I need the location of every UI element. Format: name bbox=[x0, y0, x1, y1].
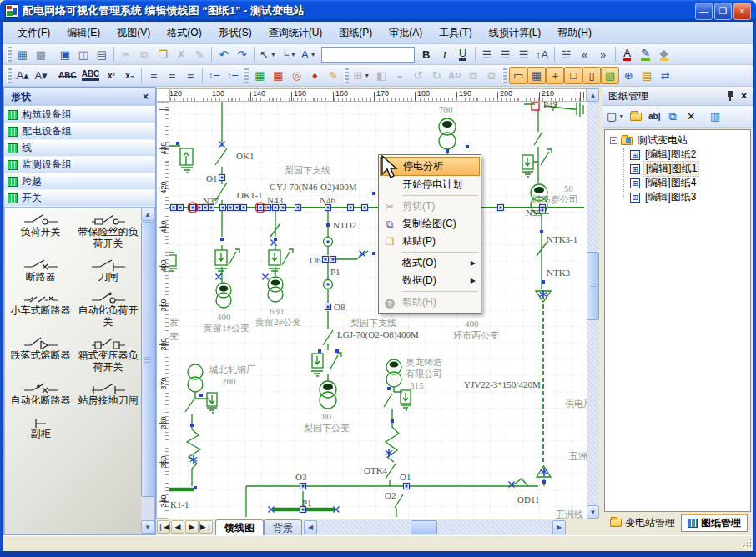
menu-item-9[interactable]: 线损计算(L) bbox=[481, 23, 549, 43]
space-after-icon[interactable]: ↕☰ bbox=[224, 67, 242, 84]
maximize-button[interactable]: ❐ bbox=[714, 3, 732, 20]
open-folder-icon[interactable] bbox=[627, 108, 645, 125]
menu-item-4[interactable]: 形状(S) bbox=[211, 23, 260, 43]
shape-item-5[interactable]: 自动化负荷开关 bbox=[74, 289, 142, 329]
underline-icon[interactable]: U bbox=[454, 46, 472, 63]
context-menu-item-3[interactable]: ✂剪切(T) bbox=[380, 198, 480, 215]
scroll-down-icon[interactable]: ▼ bbox=[587, 505, 599, 519]
menu-item-0[interactable]: 文件(F) bbox=[10, 23, 58, 43]
canvas-vscroll-thumb[interactable] bbox=[587, 252, 599, 320]
menu-item-7[interactable]: 审批(A) bbox=[381, 23, 430, 43]
sheet-tab-0[interactable]: 馈线图 bbox=[215, 519, 264, 535]
outdent-icon[interactable]: « bbox=[576, 46, 594, 63]
tree-expander-icon[interactable]: − bbox=[610, 137, 617, 144]
rotate-left-icon[interactable]: ↺ bbox=[409, 67, 427, 84]
drawing-panel-close-icon[interactable]: × bbox=[741, 90, 747, 102]
new-drawing-icon[interactable]: ▦ bbox=[13, 46, 32, 63]
new-sheet-icon[interactable]: ▢▼ bbox=[604, 108, 627, 125]
rename-icon[interactable]: ab| bbox=[645, 108, 663, 125]
shape-item-10[interactable]: 副柜 bbox=[7, 413, 74, 441]
font-larger-icon[interactable]: A▴ bbox=[13, 67, 32, 84]
save-icon[interactable]: ▣ bbox=[56, 46, 74, 63]
send-back-icon[interactable]: ⧉ bbox=[482, 67, 501, 84]
shape-item-3[interactable]: 刀闸 bbox=[74, 256, 142, 284]
font-color-icon[interactable]: A bbox=[618, 46, 637, 63]
scroll-right-icon[interactable]: ▶ bbox=[552, 520, 566, 534]
align-right-icon[interactable]: ☰ bbox=[515, 46, 533, 63]
pin-icon[interactable] bbox=[726, 91, 734, 101]
menu-item-5[interactable]: 查询统计(U) bbox=[261, 23, 330, 43]
close-button[interactable]: × bbox=[733, 3, 751, 20]
canvas-vscrollbar[interactable]: ▲ ▼ bbox=[587, 88, 599, 519]
rotate-text-icon[interactable]: A↻ bbox=[446, 67, 464, 84]
find-icon[interactable]: ◎ bbox=[287, 67, 305, 84]
space-before-icon[interactable]: ↕☰ bbox=[205, 67, 224, 84]
canvas-hscroll-thumb[interactable] bbox=[411, 520, 437, 534]
page-break-toggle-icon[interactable]: ▯ bbox=[582, 67, 601, 84]
connector-icon[interactable]: └▼ bbox=[279, 46, 299, 63]
shape-group-4[interactable]: 跨越 bbox=[4, 173, 155, 190]
context-menu-item-10[interactable]: ?帮助(H) bbox=[380, 294, 480, 311]
menu-item-6[interactable]: 图纸(P) bbox=[331, 23, 380, 43]
prev-page-button[interactable]: ◀ bbox=[171, 520, 184, 534]
tree-item-3[interactable]: ⊞[编辑]图纸3 bbox=[630, 190, 750, 204]
last-page-button[interactable]: ▶❘ bbox=[199, 520, 213, 534]
subscript-icon[interactable]: x₂ bbox=[120, 67, 139, 84]
panel-tab-0[interactable]: 变电站管理 bbox=[604, 514, 681, 532]
shape-item-6[interactable]: 跌落式熔断器 bbox=[7, 334, 74, 374]
fill-color-icon[interactable]: ◆ bbox=[655, 46, 673, 63]
print-icon[interactable]: ▤ bbox=[93, 46, 111, 63]
page-edit-icon[interactable]: ✎ bbox=[324, 67, 342, 84]
tree-item-1[interactable]: ⊞[编辑]图纸1 bbox=[630, 162, 750, 176]
italic-icon[interactable]: I bbox=[436, 46, 454, 63]
shape-item-2[interactable]: 断路器 bbox=[7, 256, 74, 284]
font-smaller-icon[interactable]: A▾ bbox=[32, 67, 50, 84]
connect-shapes-icon[interactable]: ⇄ bbox=[656, 67, 674, 84]
rotate-right-icon[interactable]: ↻ bbox=[427, 67, 446, 84]
grid-toggle-icon[interactable]: ▦ bbox=[527, 67, 546, 84]
menu-item-2[interactable]: 视图(V) bbox=[109, 23, 158, 43]
minimize-button[interactable]: — bbox=[695, 3, 713, 20]
format-painter-icon[interactable]: ✎ bbox=[190, 46, 209, 63]
duplicate-icon[interactable]: ⧉ bbox=[663, 108, 682, 125]
strike-icon[interactable]: ABC bbox=[56, 67, 79, 84]
shapes-panel-close-icon[interactable]: × bbox=[143, 91, 149, 103]
next-page-button[interactable]: ▶ bbox=[185, 520, 199, 534]
style-combo[interactable] bbox=[321, 47, 415, 63]
register-icon[interactable]: ▩ bbox=[32, 46, 50, 63]
shape-group-5[interactable]: 开关 bbox=[4, 190, 155, 207]
highlight-icon[interactable]: ✎ bbox=[637, 46, 655, 63]
tree-root-item[interactable]: −测试变电站 bbox=[610, 133, 750, 148]
redo-icon[interactable]: ↷ bbox=[233, 46, 251, 63]
shape-item-1[interactable]: 带保险丝的负荷开关 bbox=[74, 211, 142, 251]
context-menu-item-7[interactable]: 格式(O)▶ bbox=[380, 254, 480, 272]
pages-icon[interactable]: ◫ bbox=[74, 46, 93, 63]
delete-sheet-icon[interactable]: ✕ bbox=[682, 108, 700, 125]
tree-item-2[interactable]: ⊞[编辑]图纸4 bbox=[630, 176, 750, 190]
shape-item-7[interactable]: 箱式变压器负荷开关 bbox=[74, 334, 142, 374]
panel-tab-1[interactable]: 图纸管理 bbox=[681, 514, 748, 532]
scroll-left-icon[interactable]: ◀ bbox=[304, 520, 317, 534]
text-tool-icon[interactable]: A▼ bbox=[299, 46, 319, 63]
toolbar-grip[interactable] bbox=[7, 47, 12, 62]
picture-icon[interactable]: ▦ bbox=[250, 67, 269, 84]
indent-icon[interactable]: » bbox=[594, 46, 612, 63]
shape-item-4[interactable]: 小车式断路器 bbox=[7, 289, 74, 329]
bold-icon[interactable]: B bbox=[417, 46, 436, 63]
resize-grip[interactable] bbox=[740, 539, 751, 549]
line-spacing-wide-icon[interactable]: ＝ bbox=[181, 67, 199, 84]
first-page-button[interactable]: ❘◀ bbox=[157, 520, 170, 534]
shape-group-3[interactable]: 监测设备组 bbox=[4, 157, 155, 173]
vertical-text-icon[interactable]: ↕A bbox=[533, 46, 552, 63]
shape-item-8[interactable]: 自动化断路器 bbox=[7, 379, 74, 408]
menu-item-10[interactable]: 帮助(H) bbox=[550, 23, 599, 43]
bring-front-icon[interactable]: ⧉ bbox=[464, 67, 482, 84]
guides-toggle-icon[interactable]: ＋ bbox=[546, 67, 564, 84]
tree-item-0[interactable]: ⊞[编辑]图纸2 bbox=[630, 148, 750, 162]
table-check-icon[interactable]: ▦ bbox=[269, 67, 287, 84]
chart-toggle-icon[interactable]: ▧ bbox=[601, 67, 619, 84]
title-bar[interactable]: 配电网络可视化管理系统 编辑馈线图 “图纸1” - 测试变电站 — ❐ × bbox=[0, 0, 756, 22]
flip-horizontal-icon[interactable]: ◧ bbox=[372, 67, 391, 84]
properties-icon[interactable]: ▤ bbox=[638, 67, 656, 84]
toolbar-grip[interactable] bbox=[7, 68, 12, 83]
